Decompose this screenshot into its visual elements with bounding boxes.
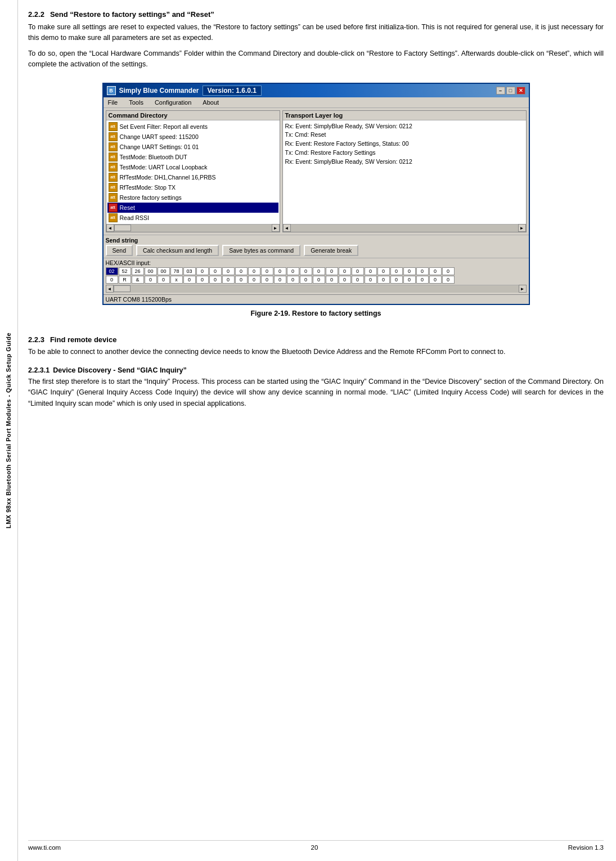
break-button[interactable]: Generate break <box>304 245 358 256</box>
cmd-item-1[interactable]: att Change UART speed: 115200 <box>107 132 278 142</box>
hex-cell-1-2[interactable]: 26 <box>132 267 144 275</box>
cmd-item-5[interactable]: att RfTestMode: DH1,Channel 16,PRBS <box>107 172 278 182</box>
hex-cell-1-26[interactable]: 0 <box>442 267 455 275</box>
hex-cell-1-8[interactable]: 0 <box>209 267 222 275</box>
menu-tools[interactable]: Tools <box>127 98 146 106</box>
cmd-item-8[interactable]: att Reset <box>107 203 278 213</box>
cmd-item-9[interactable]: att Read RSSI <box>107 213 278 223</box>
cmd-icon-9: att <box>109 213 118 222</box>
cmd-item-0[interactable]: att Set Event Filter: Report all events <box>107 122 278 132</box>
cmd-icon-0: att <box>109 122 118 131</box>
cmd-icon-8: att <box>109 203 118 212</box>
section-2-2-2-para2: To do so, open the “Local Hardware Comma… <box>28 48 604 70</box>
hex-cell-1-24[interactable]: 0 <box>416 267 429 275</box>
cmd-label-7: Restore factory settings <box>120 194 182 201</box>
cmd-item-2[interactable]: att Change UART Settings: 01 01 <box>107 142 278 152</box>
cmd-item-4[interactable]: att TestMode: UART Local Loopback <box>107 162 278 172</box>
hex-cell-1-20[interactable]: 0 <box>365 267 377 275</box>
hex-scrollbar[interactable]: ◄ ► <box>106 285 527 293</box>
sb-titlebar-controls[interactable]: – □ ✕ <box>496 87 525 95</box>
ascii-cell-19: 0 <box>352 276 364 284</box>
hex-scroll-left[interactable]: ◄ <box>106 285 114 293</box>
send-buttons: Send Calc checksum and length Save bytes… <box>106 245 527 256</box>
hex-cell-1-9[interactable]: 0 <box>222 267 235 275</box>
ascii-cell-9: 0 <box>222 276 235 284</box>
save-button[interactable]: Save bytes as command <box>222 245 300 256</box>
log-scrollbar[interactable]: ◄ ► <box>283 224 526 232</box>
ascii-row-1: 0 R & 0 0 x 0 0 0 0 0 0 0 0 0 <box>106 276 527 284</box>
hex-cell-1-10[interactable]: 0 <box>235 267 248 275</box>
hex-cell-1-16[interactable]: 0 <box>313 267 325 275</box>
scroll-left-arrow[interactable]: ◄ <box>106 224 114 232</box>
footer: www.ti.com 20 Revision 1.3 <box>28 840 604 851</box>
hex-cell-1-19[interactable]: 0 <box>352 267 364 275</box>
footer-right: Revision 1.3 <box>568 844 604 851</box>
hex-cell-1-14[interactable]: 0 <box>287 267 299 275</box>
ascii-cell-14: 0 <box>287 276 299 284</box>
log-line-2: Rx: Event: Restore Factory Settings, Sta… <box>285 140 524 149</box>
hex-cell-1-11[interactable]: 0 <box>248 267 260 275</box>
hex-cell-1-4[interactable]: 00 <box>158 267 170 275</box>
cmd-label-9: Read RSSI <box>120 214 150 221</box>
hex-cell-1-13[interactable]: 0 <box>274 267 286 275</box>
scroll-track[interactable] <box>114 225 272 232</box>
main-content: 2.2.2Send “Restore to factory settings” … <box>18 0 616 861</box>
log-scroll-right[interactable]: ► <box>518 224 526 232</box>
hex-cell-1-23[interactable]: 0 <box>403 267 416 275</box>
ascii-cell-17: 0 <box>326 276 338 284</box>
close-button[interactable]: ✕ <box>516 87 525 95</box>
cmd-icon-5: att <box>109 173 118 182</box>
ascii-cell-0: 0 <box>106 276 118 284</box>
log-line-0: Rx: Event: SimplyBlue Ready, SW Version:… <box>285 122 524 131</box>
cmd-label-1: Change UART speed: 115200 <box>120 133 199 140</box>
log-scroll-left[interactable]: ◄ <box>283 224 291 232</box>
cmd-label-5: RfTestMode: DH1,Channel 16,PRBS <box>120 174 216 181</box>
hex-row-1: 02 52 26 00 00 78 03 0 0 0 0 0 0 0 <box>106 267 527 275</box>
hex-cell-1-25[interactable]: 0 <box>429 267 442 275</box>
hex-scroll-track[interactable] <box>114 285 519 293</box>
cmd-list: att Set Event Filter: Report all events … <box>106 120 280 224</box>
hex-cell-1-22[interactable]: 0 <box>390 267 403 275</box>
hex-cell-1-1[interactable]: 52 <box>119 267 131 275</box>
hex-cell-1-12[interactable]: 0 <box>261 267 273 275</box>
ascii-cell-10: 0 <box>235 276 248 284</box>
hex-cell-1-17[interactable]: 0 <box>326 267 338 275</box>
section-2-2-3-num: 2.2.3 <box>28 335 44 344</box>
hex-cell-1-15[interactable]: 0 <box>300 267 312 275</box>
calc-button[interactable]: Calc checksum and length <box>136 245 219 256</box>
cmd-item-3[interactable]: att TestMode: Bluetooth DUT <box>107 152 278 162</box>
hex-cell-1-3[interactable]: 00 <box>145 267 157 275</box>
hex-label: HEX/ASCII input: <box>106 259 527 266</box>
footer-center: 20 <box>311 844 318 851</box>
ascii-cell-13: 0 <box>274 276 286 284</box>
cmd-item-6[interactable]: att RfTestMode: Stop TX <box>107 182 278 192</box>
menu-configuration[interactable]: Configuration <box>152 98 194 106</box>
ascii-cell-15: 0 <box>300 276 312 284</box>
menu-about[interactable]: About <box>200 98 221 106</box>
ascii-cell-20: 0 <box>365 276 377 284</box>
hex-scroll-thumb[interactable] <box>114 285 131 292</box>
hex-cell-1-18[interactable]: 0 <box>339 267 351 275</box>
hex-section: HEX/ASCII input: 02 52 26 00 00 78 03 0 … <box>104 258 529 294</box>
send-section: Send string Send Calc checksum and lengt… <box>104 235 529 258</box>
hex-cell-1-21[interactable]: 0 <box>377 267 390 275</box>
menu-file[interactable]: File <box>106 98 120 106</box>
send-string-label: Send string <box>106 237 527 244</box>
hex-cell-1-5[interactable]: 78 <box>170 267 183 275</box>
cmd-panel: Command Directory att Set Event Filter: … <box>106 110 280 232</box>
ascii-cell-18: 0 <box>339 276 351 284</box>
cmd-scrollbar[interactable]: ◄ ► <box>106 224 280 232</box>
hex-cell-1-6[interactable]: 03 <box>183 267 196 275</box>
cmd-item-7[interactable]: att Restore factory settings <box>107 192 278 203</box>
hex-cell-prefix-1: 02 <box>106 267 118 275</box>
minimize-button[interactable]: – <box>496 87 505 95</box>
maximize-button[interactable]: □ <box>506 87 515 95</box>
send-button[interactable]: Send <box>106 245 133 256</box>
hex-cell-1-7[interactable]: 0 <box>196 267 209 275</box>
log-panel: Transport Layer log Rx: Event: SimplyBlu… <box>282 110 527 232</box>
hex-scroll-right[interactable]: ► <box>519 285 527 293</box>
scroll-right-arrow[interactable]: ► <box>272 224 280 232</box>
log-scroll-track[interactable] <box>291 225 518 232</box>
scroll-thumb[interactable] <box>114 225 131 231</box>
sidebar-label: LMX 98xx Bluetooth Serial Port Modules -… <box>6 333 12 528</box>
